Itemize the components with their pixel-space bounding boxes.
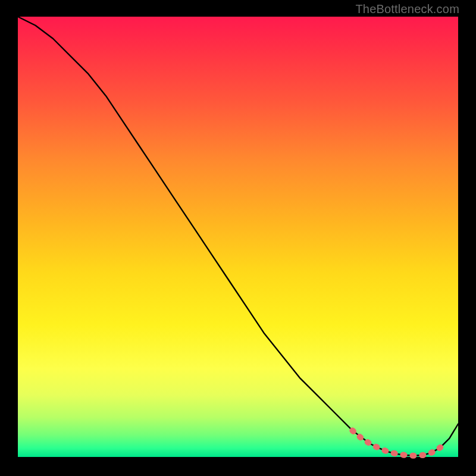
bottleneck-curve bbox=[18, 17, 458, 456]
watermark-text: TheBottleneck.com bbox=[355, 2, 459, 16]
near-optimal-highlight bbox=[352, 431, 440, 456]
chart-frame: TheBottleneck.com bbox=[0, 0, 476, 476]
chart-svg bbox=[18, 17, 458, 457]
plot-area bbox=[18, 17, 458, 457]
